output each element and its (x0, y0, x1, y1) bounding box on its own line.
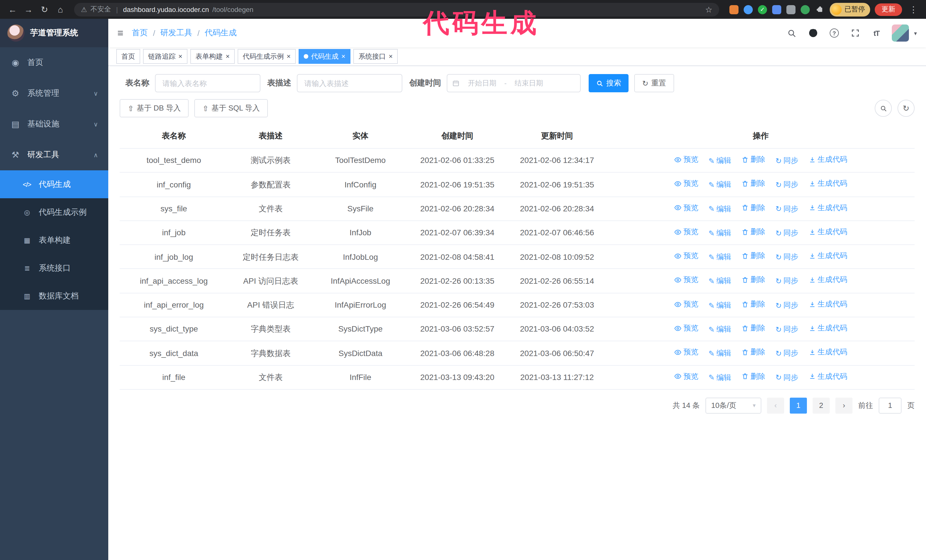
tab-api[interactable]: 系统接口 × (353, 49, 398, 64)
delete-link[interactable]: 删除 (741, 226, 765, 238)
sidebar-item-form-builder[interactable]: ▦ 表单构建 (0, 226, 108, 254)
sidebar-item-home[interactable]: ◉ 首页 (0, 47, 108, 78)
tab-tracing[interactable]: 链路追踪 × (143, 49, 188, 64)
delete-link[interactable]: 删除 (741, 371, 765, 383)
breadcrumb-item[interactable]: 研发工具 (160, 28, 192, 38)
close-icon[interactable]: × (389, 53, 393, 60)
goto-page-input[interactable] (879, 398, 902, 414)
app-logo[interactable]: 芋道管理系统 (0, 19, 108, 47)
generate-code-link[interactable]: 生成代码 (808, 298, 847, 310)
collapse-sidebar-icon[interactable]: ≡ (117, 27, 123, 39)
edit-link[interactable]: ✎ 编辑 (708, 203, 731, 215)
import-sql-button[interactable]: ⇧ 基于 SQL 导入 (194, 99, 268, 117)
delete-link[interactable]: 删除 (741, 178, 765, 190)
extension-icon[interactable] (787, 5, 796, 14)
user-avatar[interactable] (892, 24, 909, 42)
sidebar-item-codegen[interactable]: </> 代码生成 (0, 171, 108, 198)
table-desc-input[interactable] (297, 74, 402, 92)
preview-link[interactable]: 预览 (675, 347, 698, 359)
edit-link[interactable]: ✎ 编辑 (708, 251, 731, 263)
generate-code-link[interactable]: 生成代码 (808, 154, 847, 166)
sync-link[interactable]: ↻ 同步 (776, 275, 798, 287)
sync-link[interactable]: ↻ 同步 (776, 324, 798, 335)
security-label[interactable]: 不安全 (91, 5, 111, 14)
extension-icon[interactable] (772, 5, 781, 14)
generate-code-link[interactable]: 生成代码 (808, 250, 847, 262)
profile-badge[interactable]: 已暂停 (830, 3, 870, 16)
sync-link[interactable]: ↻ 同步 (776, 179, 798, 191)
delete-link[interactable]: 删除 (741, 347, 765, 359)
tab-codegen-example[interactable]: 代码生成示例 × (238, 49, 296, 64)
delete-link[interactable]: 删除 (741, 250, 765, 262)
preview-link[interactable]: 预览 (675, 250, 698, 262)
refresh-table-button[interactable]: ↻ (897, 100, 915, 117)
close-icon[interactable]: × (341, 53, 345, 60)
next-page-button[interactable]: › (835, 398, 852, 414)
sidebar-item-system[interactable]: ⚙ 系统管理 ∨ (0, 78, 108, 109)
font-size-icon[interactable]: tT (871, 27, 882, 39)
tab-codegen[interactable]: 代码生成 × (299, 49, 351, 64)
tab-form-builder[interactable]: 表单构建 × (190, 49, 235, 64)
sync-link[interactable]: ↻ 同步 (776, 155, 798, 167)
sync-link[interactable]: ↻ 同步 (776, 203, 798, 215)
address-bar[interactable]: ⚠ 不安全 | dashboard.yudao.iocoder.cn /tool… (74, 3, 719, 16)
sidebar-item-db-doc[interactable]: ▥ 数据库文档 (0, 282, 108, 310)
date-range-picker[interactable]: - (447, 74, 581, 92)
extension-icon[interactable] (729, 5, 738, 14)
sync-link[interactable]: ↻ 同步 (776, 372, 798, 384)
generate-code-link[interactable]: 生成代码 (808, 347, 847, 359)
close-icon[interactable]: × (179, 53, 182, 60)
preview-link[interactable]: 预览 (675, 178, 698, 190)
search-button[interactable]: 搜索 (589, 74, 628, 92)
close-icon[interactable]: × (287, 53, 291, 60)
fullscreen-icon[interactable] (850, 27, 861, 39)
caret-down-icon[interactable]: ▾ (914, 30, 917, 36)
start-date-input[interactable] (461, 79, 502, 87)
extension-icon[interactable] (744, 5, 753, 14)
preview-link[interactable]: 预览 (675, 226, 698, 238)
generate-code-link[interactable]: 生成代码 (808, 202, 847, 214)
sync-link[interactable]: ↻ 同步 (776, 227, 798, 239)
breadcrumb-item[interactable]: 首页 (132, 28, 148, 38)
import-db-button[interactable]: ⇧ 基于 DB 导入 (120, 99, 189, 117)
preview-link[interactable]: 预览 (675, 371, 698, 383)
generate-code-link[interactable]: 生成代码 (808, 178, 847, 190)
extension-icon[interactable] (800, 5, 810, 14)
delete-link[interactable]: 删除 (741, 323, 765, 334)
page-button-1[interactable]: 1 (790, 398, 807, 414)
delete-link[interactable]: 删除 (741, 154, 765, 166)
back-icon[interactable]: ← (6, 3, 20, 16)
sidebar-item-devtools[interactable]: ⚒ 研发工具 ∧ (0, 140, 108, 171)
edit-link[interactable]: ✎ 编辑 (708, 179, 731, 191)
browser-update-button[interactable]: 更新 (875, 3, 902, 16)
edit-link[interactable]: ✎ 编辑 (708, 227, 731, 239)
extensions-puzzle-icon[interactable] (815, 5, 824, 14)
sync-link[interactable]: ↻ 同步 (776, 348, 798, 360)
edit-link[interactable]: ✎ 编辑 (708, 275, 731, 287)
forward-icon[interactable]: → (22, 3, 35, 16)
overflow-menu-icon[interactable]: ⋮ (906, 3, 920, 16)
preview-link[interactable]: 预览 (675, 274, 698, 286)
table-name-input[interactable] (155, 74, 260, 92)
close-icon[interactable]: × (225, 53, 230, 60)
prev-page-button[interactable]: ‹ (767, 398, 784, 414)
page-size-select[interactable]: 10条/页 ▾ (705, 398, 761, 414)
bookmark-star-icon[interactable]: ☆ (705, 5, 712, 14)
sync-link[interactable]: ↻ 同步 (776, 299, 798, 311)
toggle-search-button[interactable] (875, 100, 892, 117)
delete-link[interactable]: 删除 (741, 202, 765, 214)
delete-link[interactable]: 删除 (741, 274, 765, 286)
preview-link[interactable]: 预览 (675, 202, 698, 214)
home-icon[interactable]: ⌂ (54, 3, 67, 16)
preview-link[interactable]: 预览 (675, 154, 698, 166)
github-icon[interactable] (808, 27, 819, 39)
sidebar-item-codegen-example[interactable]: ◎ 代码生成示例 (0, 198, 108, 226)
page-button-2[interactable]: 2 (813, 398, 830, 414)
sidebar-item-infrastructure[interactable]: ▤ 基础设施 ∨ (0, 109, 108, 140)
search-icon[interactable] (787, 27, 798, 39)
edit-link[interactable]: ✎ 编辑 (708, 348, 731, 360)
edit-link[interactable]: ✎ 编辑 (708, 299, 731, 311)
edit-link[interactable]: ✎ 编辑 (708, 155, 731, 167)
delete-link[interactable]: 删除 (741, 298, 765, 310)
edit-link[interactable]: ✎ 编辑 (708, 324, 731, 335)
